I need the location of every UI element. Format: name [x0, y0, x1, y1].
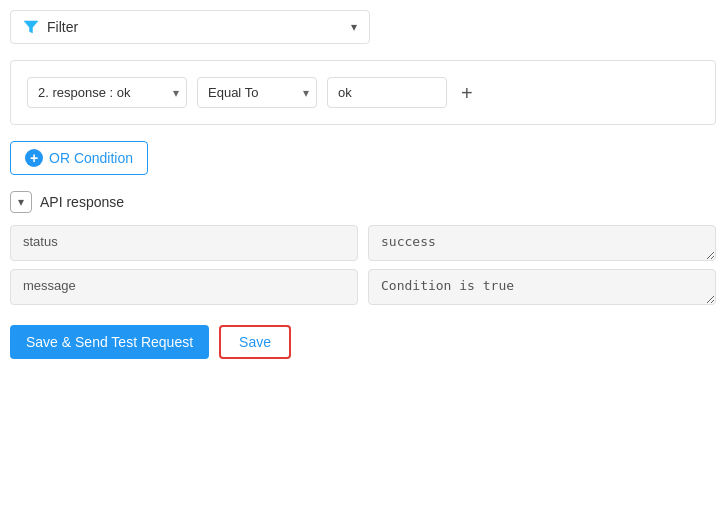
- filter-icon: [23, 19, 39, 35]
- condition-section: 2. response : ok 1. response : status 3.…: [10, 60, 716, 125]
- field-value-1[interactable]: Condition is true: [368, 269, 716, 305]
- field-select-wrapper: 2. response : ok 1. response : status 3.…: [27, 77, 187, 108]
- save-button[interactable]: Save: [219, 325, 291, 359]
- or-plus-icon: +: [25, 149, 43, 167]
- value-input[interactable]: [327, 77, 447, 108]
- response-field-row-1: message Condition is true: [10, 269, 716, 305]
- operator-select[interactable]: Equal To Not Equal To Contains Not Conta…: [197, 77, 317, 108]
- or-condition-label: OR Condition: [49, 150, 133, 166]
- field-key-1: message: [10, 269, 358, 305]
- add-condition-button[interactable]: +: [457, 83, 477, 103]
- footer-buttons: Save & Send Test Request Save: [10, 325, 716, 359]
- field-key-0: status: [10, 225, 358, 261]
- api-response-header: ▾ API response: [10, 191, 716, 213]
- save-send-button[interactable]: Save & Send Test Request: [10, 325, 209, 359]
- field-value-0[interactable]: success: [368, 225, 716, 261]
- api-response-toggle[interactable]: ▾: [10, 191, 32, 213]
- api-response-section: ▾ API response status success message Co…: [10, 191, 716, 305]
- condition-row: 2. response : ok 1. response : status 3.…: [27, 77, 699, 108]
- response-field-row-0: status success: [10, 225, 716, 261]
- response-fields: status success message Condition is true: [10, 225, 716, 305]
- operator-select-wrapper: Equal To Not Equal To Contains Not Conta…: [197, 77, 317, 108]
- filter-label: Filter: [47, 19, 78, 35]
- filter-chevron-icon: ▾: [351, 20, 357, 34]
- api-response-title: API response: [40, 194, 124, 210]
- filter-header[interactable]: Filter ▾: [10, 10, 370, 44]
- or-condition-button[interactable]: + OR Condition: [10, 141, 148, 175]
- field-select[interactable]: 2. response : ok 1. response : status 3.…: [27, 77, 187, 108]
